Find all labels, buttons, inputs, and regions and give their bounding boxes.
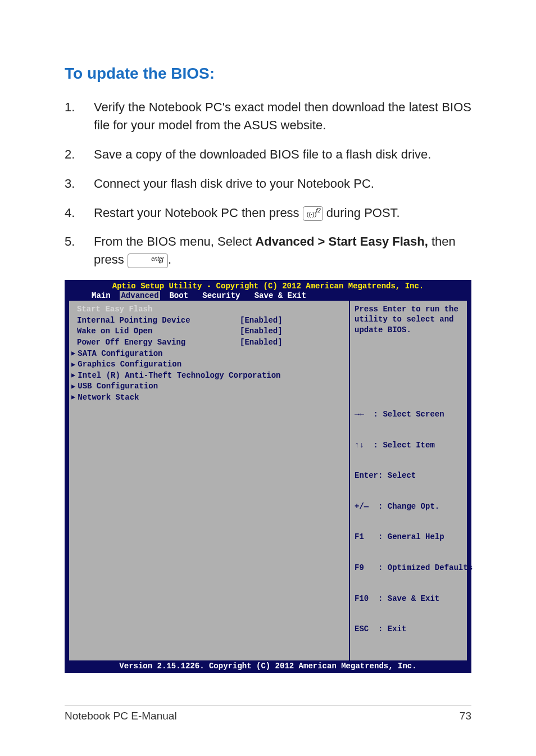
legend-row: Enter: Select [355, 470, 462, 481]
bios-item-wake-lid[interactable]: Wake on Lid Open [Enabled] [77, 326, 343, 337]
bios-main-panel: Start Easy Flash Internal Pointing Devic… [69, 301, 349, 660]
bios-submenu-network[interactable]: ▶Network Stack [71, 392, 343, 404]
bios-item-value: [Enabled] [240, 315, 283, 327]
bios-footer-bar: Version 2.15.1226. Copyright (C) 2012 Am… [65, 660, 471, 673]
submenu-arrow-icon: ▶ [71, 371, 75, 381]
bios-submenu-sata[interactable]: ▶SATA Configuration [71, 348, 343, 360]
menu-path: Advanced > Start Easy Flash, [255, 234, 428, 248]
step-number: 2. [65, 146, 94, 164]
text-fragment: . [168, 252, 171, 266]
bios-tab-security[interactable]: Security [202, 291, 240, 300]
footer-title: Notebook PC E-Manual [65, 710, 177, 722]
bios-title-bar: Aptio Setup Utility - Copyright (C) 2012… [65, 280, 471, 291]
page-number: 73 [460, 710, 471, 722]
submenu-arrow-icon: ▶ [71, 360, 75, 370]
bios-submenu-usb[interactable]: ▶USB Configuration [71, 381, 343, 392]
bios-tab-main[interactable]: Main [92, 291, 111, 300]
submenu-arrow-icon: ▶ [71, 382, 75, 392]
step-5: 5. From the BIOS menu, Select Advanced >… [65, 233, 471, 269]
bios-tab-boot[interactable]: Boot [169, 291, 188, 300]
step-4: 4. Restart your Notebook PC then press f… [65, 204, 471, 222]
bios-item-label: Internal Pointing Device [77, 315, 240, 327]
bios-tab-bar: Main Advanced Boot Security Save & Exit [65, 291, 471, 301]
step-text: From the BIOS menu, Select Advanced > St… [94, 233, 471, 269]
bios-submenu-label: USB Configuration [78, 381, 158, 392]
bios-submenu-graphics[interactable]: ▶Graphics Configuration [71, 359, 343, 370]
bios-submenu-label: Network Stack [78, 392, 139, 404]
legend-row: F9 : Optimized Defaults [355, 563, 462, 573]
bios-submenu-antitheft[interactable]: ▶Intel (R) Anti-Theft Technology Corpora… [71, 370, 343, 382]
step-number: 3. [65, 175, 94, 193]
return-icon: ↵ [158, 257, 164, 267]
bios-help-text: Press Enter to run the utility to select… [355, 304, 462, 335]
bios-key-legend: →← : Select Screen ↑↓ : Select Item Ente… [355, 389, 462, 655]
bios-item-pointing-device[interactable]: Internal Pointing Device [Enabled] [77, 315, 343, 327]
legend-row: →← : Select Screen [355, 409, 462, 419]
section-heading: To update the BIOS: [65, 65, 471, 83]
bios-item-value: [Enabled] [240, 326, 283, 337]
step-text: Connect your flash disk drive to your No… [94, 175, 471, 193]
text-fragment: Restart your Notebook PC then press [94, 206, 303, 220]
legend-row: F10 : Save & Exit [355, 594, 462, 604]
step-text: Save a copy of the downloaded BIOS file … [94, 146, 471, 164]
submenu-arrow-icon: ▶ [71, 393, 75, 402]
bios-submenu-label: Intel (R) Anti-Theft Technology Corporat… [78, 370, 280, 382]
f2-key-icon: f2 ((·)) [303, 206, 323, 221]
legend-row: +/— : Change Opt. [355, 501, 462, 511]
bios-item-label: Wake on Lid Open [77, 326, 240, 337]
bios-submenu-label: Graphics Configuration [78, 359, 181, 370]
bios-tab-save-exit[interactable]: Save & Exit [255, 291, 306, 300]
legend-row: F1 : General Help [355, 532, 462, 542]
bios-item-power-off[interactable]: Power Off Energy Saving [Enabled] [77, 337, 343, 348]
step-number: 4. [65, 204, 94, 222]
step-number: 1. [65, 98, 94, 134]
step-text: Restart your Notebook PC then press f2 (… [94, 204, 471, 222]
bios-item-start-easy-flash[interactable]: Start Easy Flash [77, 304, 343, 315]
key-label: f2 [316, 207, 320, 215]
step-3: 3. Connect your flash disk drive to your… [65, 175, 471, 193]
bios-submenu-label: SATA Configuration [78, 348, 162, 360]
step-1: 1. Verify the Notebook PC's exact model … [65, 98, 471, 134]
bios-item-value: [Enabled] [240, 337, 283, 348]
wifi-icon: ((·)) [307, 210, 317, 219]
legend-row: ↑↓ : Select Item [355, 440, 462, 450]
step-2: 2. Save a copy of the downloaded BIOS fi… [65, 146, 471, 164]
bios-item-label: Start Easy Flash [77, 304, 240, 315]
bios-tab-advanced[interactable]: Advanced [120, 291, 160, 300]
text-fragment: From the BIOS menu, Select [94, 234, 255, 248]
page-footer: Notebook PC E-Manual 73 [65, 705, 471, 722]
bios-help-panel: Press Enter to run the utility to select… [349, 301, 467, 660]
step-number: 5. [65, 233, 94, 269]
enter-key-icon: enter ↵ [128, 253, 168, 268]
submenu-arrow-icon: ▶ [71, 349, 75, 359]
legend-row: ESC : Exit [355, 624, 462, 634]
bios-item-label: Power Off Energy Saving [77, 337, 240, 348]
text-fragment: during POST. [326, 206, 400, 220]
bios-screenshot: Aptio Setup Utility - Copyright (C) 2012… [65, 280, 471, 672]
step-text: Verify the Notebook PC's exact model the… [94, 98, 471, 134]
